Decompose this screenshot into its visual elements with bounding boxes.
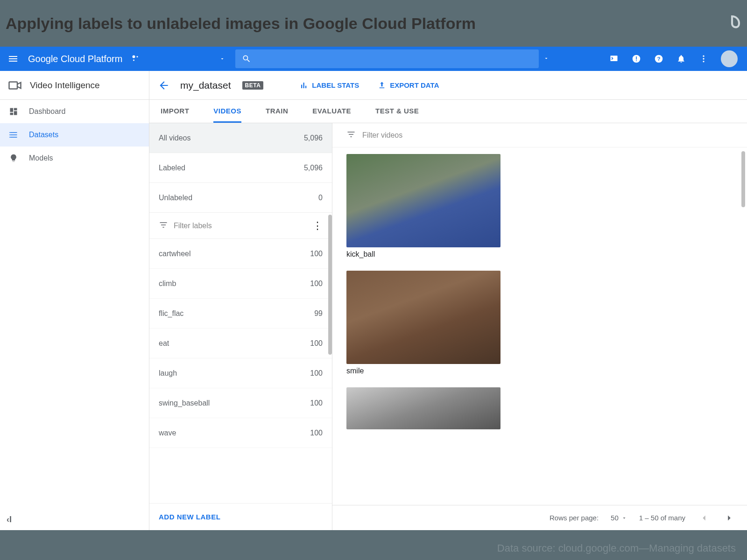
svg-point-0 xyxy=(133,56,135,58)
filter-videos-input[interactable]: Filter videos xyxy=(362,131,402,140)
tab-evaluate[interactable]: EVALUATE xyxy=(312,100,351,123)
stat-unlabeled[interactable]: Unlabeled 0 xyxy=(149,183,332,213)
help-icon[interactable]: ? xyxy=(654,54,664,64)
header-actions: ? xyxy=(609,50,747,67)
label-item[interactable]: swing_baseball100 xyxy=(149,388,332,418)
svg-point-2 xyxy=(133,60,134,61)
video-thumbnail[interactable] xyxy=(346,154,500,247)
filter-labels-input[interactable]: Filter labels xyxy=(174,222,307,230)
sidebar-item-label: Datasets xyxy=(29,131,58,139)
sidebar-item-dashboard[interactable]: Dashboard xyxy=(0,100,149,123)
sidebar-item-label: Models xyxy=(29,154,53,162)
menu-button[interactable] xyxy=(4,53,22,64)
svg-rect-21 xyxy=(303,83,304,88)
filter-icon xyxy=(346,130,356,141)
product-header: Video Intelligence xyxy=(0,71,149,100)
dataset-tabs: IMPORT VIDEOS TRAIN EVALUATE TEST & USE xyxy=(149,100,747,123)
svg-point-10 xyxy=(703,58,704,59)
datasets-icon xyxy=(8,130,19,140)
svg-rect-14 xyxy=(14,108,17,111)
label-item[interactable]: eat100 xyxy=(149,329,332,358)
video-thumbnail-list: kick_ball smile xyxy=(332,147,747,505)
page-range: 1 – 50 of many xyxy=(639,514,685,522)
videos-panel: Filter videos kick_ball smile Rows per p… xyxy=(332,123,747,530)
svg-point-1 xyxy=(137,56,138,57)
stat-all-videos[interactable]: All videos 5,096 xyxy=(149,123,332,153)
svg-rect-12 xyxy=(9,82,18,89)
videos-panel-scrollbar[interactable] xyxy=(741,151,745,207)
beta-badge: BETA xyxy=(242,81,264,90)
collapse-sidebar-button[interactable]: ‹I xyxy=(7,515,12,524)
video-thumbnail[interactable] xyxy=(346,271,500,364)
label-item[interactable]: climb100 xyxy=(149,269,332,299)
account-avatar[interactable] xyxy=(721,50,738,67)
svg-rect-6 xyxy=(636,60,637,61)
sidebar: Video Intelligence Dashboard Datasets xyxy=(0,71,149,530)
search-scope-dropdown[interactable] xyxy=(543,55,549,63)
notifications-icon[interactable] xyxy=(676,54,686,64)
brand-title: Google Cloud Platform xyxy=(28,54,122,64)
add-new-label-button[interactable]: ADD NEW LABEL xyxy=(159,513,220,521)
product-title: Video Intelligence xyxy=(30,80,100,91)
svg-rect-20 xyxy=(301,84,302,88)
tab-train[interactable]: TRAIN xyxy=(266,100,288,123)
filter-videos-row: Filter videos xyxy=(332,123,747,147)
video-caption: smile xyxy=(346,367,733,375)
more-vert-icon[interactable] xyxy=(698,54,709,64)
export-data-button[interactable]: EXPORT DATA xyxy=(378,81,439,90)
tab-import[interactable]: IMPORT xyxy=(161,100,189,123)
svg-rect-16 xyxy=(10,113,14,115)
app-window: Google Cloud Platform ? xyxy=(0,47,747,530)
brand-leaf-icon xyxy=(723,14,741,33)
label-item[interactable]: laugh100 xyxy=(149,358,332,388)
data-source-caption: Data source: cloud.google.com—Managing d… xyxy=(497,542,736,554)
sidebar-item-datasets[interactable]: Datasets xyxy=(0,123,149,147)
sidebar-item-label: Dashboard xyxy=(29,107,65,116)
svg-text:?: ? xyxy=(657,56,660,62)
alert-icon[interactable] xyxy=(631,54,641,64)
label-panel: All videos 5,096 Labeled 5,096 Unlabeled… xyxy=(149,123,332,530)
back-button[interactable] xyxy=(156,77,172,93)
header-search-input[interactable] xyxy=(235,49,539,68)
label-item[interactable]: wave100 xyxy=(149,418,332,448)
svg-point-19 xyxy=(9,137,10,138)
svg-rect-13 xyxy=(10,108,14,112)
tab-test-use[interactable]: TEST & USE xyxy=(375,100,419,123)
dataset-name: my_dataset xyxy=(180,80,231,91)
svg-rect-5 xyxy=(636,56,637,60)
label-item[interactable]: cartwheel100 xyxy=(149,239,332,269)
cloud-shell-icon[interactable] xyxy=(609,54,619,64)
stat-labeled[interactable]: Labeled 5,096 xyxy=(149,153,332,183)
svg-rect-22 xyxy=(305,85,306,88)
tab-videos[interactable]: VIDEOS xyxy=(213,100,241,123)
next-page-button[interactable] xyxy=(723,511,736,525)
sidebar-item-models[interactable]: Models xyxy=(0,147,149,170)
svg-point-17 xyxy=(9,132,10,133)
prev-page-button[interactable] xyxy=(698,511,711,525)
svg-rect-15 xyxy=(14,111,17,115)
main-content: my_dataset BETA LABEL STATS EXPORT DATA xyxy=(149,71,747,530)
svg-point-18 xyxy=(9,134,10,135)
label-panel-scrollbar[interactable] xyxy=(328,215,332,355)
presentation-title-bar: Applying labels to unlabeled images in G… xyxy=(0,0,747,47)
dataset-header: my_dataset BETA LABEL STATS EXPORT DATA xyxy=(149,71,747,100)
svg-rect-3 xyxy=(611,56,618,61)
label-stats-button[interactable]: LABEL STATS xyxy=(300,81,359,90)
filter-labels-row: Filter labels ⋮ xyxy=(149,213,332,239)
video-intelligence-icon xyxy=(7,78,22,93)
label-list: cartwheel100 climb100 flic_flac99 eat100… xyxy=(149,239,332,503)
models-icon xyxy=(8,153,19,163)
label-panel-more-icon[interactable]: ⋮ xyxy=(312,220,323,232)
project-picker[interactable] xyxy=(132,55,225,63)
video-caption: kick_ball xyxy=(346,250,733,259)
label-item[interactable]: flic_flac99 xyxy=(149,299,332,329)
pager: Rows per page: 50 1 – 50 of many xyxy=(332,505,747,530)
svg-point-9 xyxy=(703,56,704,57)
rows-per-page-label: Rows per page: xyxy=(550,514,599,522)
video-thumbnail[interactable] xyxy=(346,387,500,429)
filter-icon xyxy=(159,220,168,231)
presentation-heading: Applying labels to unlabeled images in G… xyxy=(6,14,476,33)
gcp-header: Google Cloud Platform ? xyxy=(0,47,747,71)
svg-point-11 xyxy=(703,61,704,62)
rows-per-page-select[interactable]: 50 xyxy=(611,514,627,522)
